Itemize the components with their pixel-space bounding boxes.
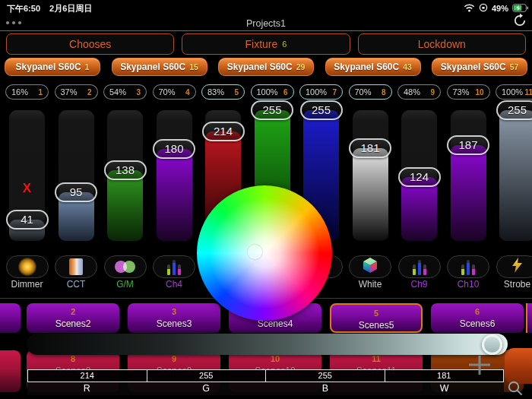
color-wheel-cursor[interactable] (248, 245, 262, 259)
fader-thumb-11[interactable]: 255 (496, 100, 532, 120)
channel-bars-icon (461, 259, 475, 275)
master-slider[interactable] (27, 334, 508, 355)
percent-pill-3[interactable]: 54%3 (103, 84, 147, 100)
color-wheel[interactable] (197, 185, 332, 321)
fader-thumb-8[interactable]: 181 (349, 138, 391, 158)
percent-pill-5[interactable]: 83%5 (201, 84, 245, 100)
scene-number: 8 (27, 354, 119, 363)
table-cell-label-B: B (266, 382, 385, 395)
chooses-button[interactable]: Chooses (6, 33, 174, 55)
bar (423, 264, 426, 275)
fader-fill-11 (499, 110, 532, 241)
percent-pill-7[interactable]: 100%7 (299, 84, 343, 100)
refresh-icon[interactable] (512, 13, 527, 28)
percent-value: 73% (453, 87, 470, 97)
fader-thumb-10[interactable]: 187 (447, 135, 489, 155)
fader-fill-4 (157, 149, 192, 241)
channel-number: 11 (524, 88, 532, 97)
percent-pill-1[interactable]: 16%1 (5, 84, 49, 100)
scene-button-Scenes3[interactable]: 3Scenes3 (128, 303, 220, 333)
fixture-tab-name: Skypanel S60C (334, 62, 399, 72)
scene-label: Scenes2 (27, 318, 119, 329)
channel-button-CCT[interactable] (55, 255, 97, 278)
master-slider-thumb[interactable] (482, 334, 502, 355)
percent-pill-6[interactable]: 100%6 (251, 84, 294, 100)
channel-button-Ch10[interactable] (447, 255, 489, 278)
fixture-tab-1[interactable]: Skypanel S60C1 (5, 58, 100, 76)
channel-number: 1 (38, 88, 43, 97)
fixture-tab-57[interactable]: Skypanel S60C57 (432, 58, 527, 76)
channel-button-Dimmer[interactable] (6, 255, 49, 278)
fixture-tab-name: Skypanel S60C (120, 62, 185, 72)
channel-label-Ch10: Ch10 (443, 279, 493, 290)
percent-pill-9[interactable]: 48%9 (397, 84, 441, 100)
scene-button-Scenes6[interactable]: 6Scenes6 (431, 303, 524, 333)
scene-number: 5 (331, 309, 421, 318)
table-cell-label-R: R (27, 382, 147, 395)
fader-thumb-7[interactable]: 255 (300, 100, 343, 120)
percent-pill-4[interactable]: 70%4 (153, 84, 196, 100)
bar (167, 264, 170, 275)
strobe-bolt-icon (509, 257, 526, 277)
bar (467, 260, 470, 275)
scene-button-partial-right-row2[interactable] (505, 348, 532, 384)
scene-number: 9 (128, 354, 220, 363)
fixture-tab-number: 29 (296, 62, 306, 71)
channel-number: 7 (332, 88, 337, 97)
fader-thumb-2[interactable]: 95 (55, 182, 97, 202)
fixture-tab-name: Skypanel S60C (16, 62, 81, 72)
fader-thumb-4[interactable]: 180 (153, 139, 195, 159)
channel-button-White[interactable] (349, 255, 391, 278)
fader-fill-3 (107, 170, 143, 241)
scene-button-partial-right-row1[interactable] (526, 303, 532, 333)
percent-pill-10[interactable]: 73%10 (447, 84, 490, 100)
fixture-count-badge: 6 (282, 40, 287, 49)
scene-number: 11 (330, 354, 423, 363)
percent-value: 70% (355, 87, 372, 97)
scene-button-Scenes5[interactable]: 5Scenes5 (330, 303, 423, 333)
scene-button-partial-left-row1[interactable] (0, 303, 21, 333)
cct-icon (69, 258, 83, 275)
percent-pill-8[interactable]: 70%8 (349, 84, 392, 100)
battery-percent: 49% (492, 4, 508, 13)
plus-icon[interactable] (467, 354, 492, 380)
channel-bars-icon (413, 259, 426, 275)
white-cube-icon (361, 256, 379, 277)
fader-thumb-6[interactable]: 255 (251, 100, 293, 120)
percent-pill-2[interactable]: 37%2 (55, 84, 98, 100)
channel-button-G/M[interactable] (104, 255, 147, 278)
orientation-lock-icon (479, 3, 488, 14)
green-circle (123, 261, 135, 273)
channel-button-Strobe[interactable] (496, 255, 532, 278)
channel-button-Ch4[interactable] (153, 255, 195, 278)
scene-label: Scenes6 (431, 318, 524, 329)
bar (173, 260, 176, 275)
table-cell-label-G: G (147, 382, 266, 395)
fixture-tab-15[interactable]: Skypanel S60C15 (112, 58, 207, 76)
table-cell-value-R: 214 (27, 369, 147, 382)
scene-button-partial-left-row2[interactable] (0, 350, 21, 392)
status-date: 2月6日周日 (49, 3, 92, 14)
fader-thumb-9[interactable]: 124 (398, 167, 441, 187)
channel-button-Ch9[interactable] (398, 255, 441, 278)
fixture-tab-43[interactable]: Skypanel S60C43 (325, 58, 421, 76)
channel-label-Dimmer: Dimmer (2, 279, 52, 290)
fixture-tab-number: 57 (510, 62, 519, 71)
fader-fill-10 (451, 145, 486, 241)
scene-button-Scenes2[interactable]: 2Scenes2 (27, 303, 119, 333)
status-bar: 下午6:50 2月6日周日 49% (0, 0, 532, 17)
magnifier-icon[interactable] (506, 379, 524, 399)
lockdown-button[interactable]: Lockdown (358, 33, 526, 55)
fixture-button[interactable]: Fixture 6 (182, 33, 350, 55)
green-magenta-icon (115, 261, 135, 273)
channel-label-Ch9: Ch9 (394, 279, 445, 290)
percent-pill-11[interactable]: 100%11 (496, 84, 532, 100)
fixture-tab-name: Skypanel S60C (227, 62, 293, 72)
fader-thumb-1[interactable]: 41 (6, 210, 49, 230)
fixture-label: Fixture (245, 38, 278, 50)
fixture-tab-number: 43 (403, 62, 412, 71)
dimmer-icon (18, 258, 36, 276)
fader-thumb-3[interactable]: 138 (104, 160, 147, 180)
fixture-tab-29[interactable]: Skypanel S60C29 (218, 58, 314, 76)
fader-thumb-5[interactable]: 214 (202, 122, 245, 141)
